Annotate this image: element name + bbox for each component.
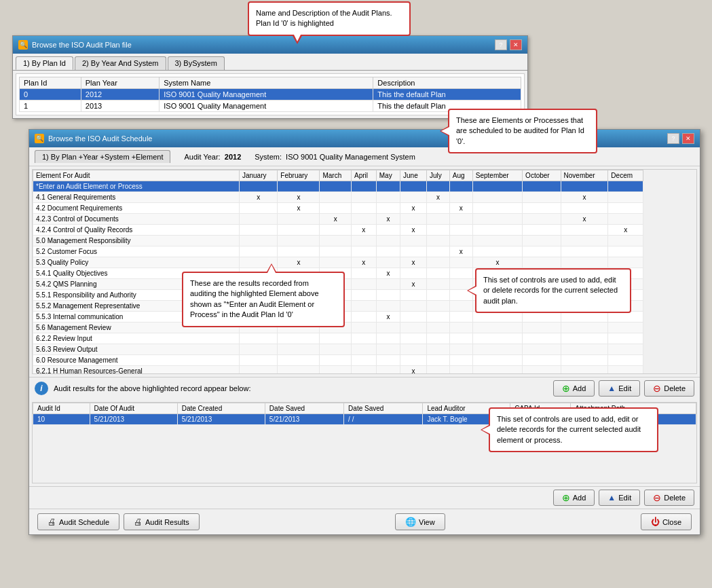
month-cell: x (426, 192, 449, 203)
month-cell: x (449, 203, 472, 214)
delete-label-bottom: Delete (664, 494, 686, 502)
bottom-center-buttons: 🌐 View (395, 513, 445, 530)
month-cell (608, 192, 643, 203)
delete-button-bottom[interactable]: ⊖ Delete (644, 490, 694, 506)
month-cell: x (278, 192, 320, 203)
month-cell (523, 236, 561, 246)
audit-element-row[interactable]: 5.3 Quality Policyxxxx (33, 257, 643, 268)
audit-element-row[interactable]: 4.1 General Requirementsxxxx (33, 192, 643, 203)
audit-element-row[interactable]: 6.2.2 Review Input (33, 333, 643, 344)
month-cell: x (449, 246, 472, 257)
audit-element-row[interactable]: 5.2 Customer Focusx (33, 246, 643, 257)
month-cell: x (278, 257, 320, 268)
delete-icon-top: ⊖ (653, 383, 661, 394)
plan-year-1: 2013 (81, 100, 159, 112)
edit-icon-bottom: ▲ (607, 493, 616, 502)
month-cell (426, 333, 449, 344)
close-bottom-button[interactable]: ⏻ Close (641, 513, 692, 530)
audit-results-label: Audit Results (145, 518, 189, 526)
month-cell (608, 246, 643, 257)
element-name: 5.0 Management Responsibility (33, 236, 240, 246)
month-cell (608, 333, 643, 344)
outer-window-title: Browse the ISO Audit Plan file (32, 41, 132, 49)
month-cell (400, 355, 427, 366)
month-cell (376, 366, 400, 374)
month-cell: x (400, 279, 427, 290)
month-cell: x (352, 257, 377, 268)
month-cell (400, 333, 427, 344)
element-name: 4.2 Document Requirements (33, 203, 240, 214)
view-button[interactable]: 🌐 View (395, 513, 445, 530)
month-cell: x (400, 203, 427, 214)
bottom-action-buttons: ⊕ Add ▲ Edit ⊖ Delete (553, 490, 694, 506)
month-cell (278, 225, 320, 236)
month-cell (608, 257, 643, 268)
month-cell (320, 366, 352, 374)
inner-close-button[interactable]: ✕ (682, 133, 694, 144)
month-cell: x (472, 257, 522, 268)
audit-element-row[interactable]: 6.2.1 H Human Resources-Generalx (33, 366, 643, 374)
month-cell (523, 246, 561, 257)
month-cell (608, 203, 643, 214)
outer-titlebar: 🔍 Browse the ISO Audit Plan file ? ✕ (13, 36, 527, 54)
month-cell (472, 236, 522, 246)
tab-by-plan-id[interactable]: 1) By Plan Id (16, 56, 73, 70)
result-audit-id: 10 (33, 414, 90, 425)
month-cell (561, 323, 608, 333)
add-button-bottom[interactable]: ⊕ Add (553, 490, 595, 506)
month-cell: x (561, 214, 608, 225)
month-cell: x (608, 225, 643, 236)
add-button-top[interactable]: ⊕ Add (553, 380, 595, 397)
audit-element-row[interactable]: 4.2.3 Control of Documentsxxx (33, 214, 643, 225)
help-button[interactable]: ? (495, 39, 507, 50)
tab-by-system[interactable]: 3) BySystem (168, 56, 225, 70)
audit-schedule-button[interactable]: 🖨 Audit Schedule (37, 513, 119, 530)
month-cell (239, 181, 277, 192)
month-cell (376, 225, 400, 236)
system-name-1: ISO 9001 Quality Management (160, 100, 373, 112)
month-cell (376, 192, 400, 203)
month-cell (426, 366, 449, 374)
plan-row-0[interactable]: 0 2012 ISO 9001 Quality Management This … (20, 89, 521, 100)
col-date-saved2: Date Saved (344, 403, 423, 414)
plan-id-0: 0 (20, 89, 81, 100)
result-date-saved: 5/21/2013 (265, 414, 343, 425)
element-name: 4.1 General Requirements (33, 192, 240, 203)
audit-results-button[interactable]: 🖨 Audit Results (124, 513, 200, 530)
month-cell (523, 257, 561, 268)
month-cell (400, 236, 427, 246)
month-cell (376, 236, 400, 246)
audit-element-row[interactable]: *Enter an Audit Element or Process (33, 181, 643, 192)
col-feb: February (278, 170, 320, 181)
inner-help-button[interactable]: ? (667, 133, 679, 144)
edit-button-top[interactable]: ▲ Edit (599, 380, 640, 397)
plan-row-1[interactable]: 1 2013 ISO 9001 Quality Management This … (20, 100, 521, 112)
audit-element-row[interactable]: 4.2 Document Requirementsxxx (33, 203, 643, 214)
element-name: 6.0 Resource Management (33, 355, 240, 366)
month-cell (376, 344, 400, 355)
action-bar-bottom: ⊕ Add ▲ Edit ⊖ Delete (29, 486, 700, 509)
delete-button-top[interactable]: ⊖ Delete (644, 380, 694, 397)
element-name: 5.6.3 Review Output (33, 344, 240, 355)
element-name: 6.2.2 Review Input (33, 333, 240, 344)
schedule-tab[interactable]: 1) By Plan +Year +System +Element (35, 150, 170, 163)
month-cell (523, 225, 561, 236)
callout-right-bottom-text: This set of controls are used to add, ed… (497, 415, 641, 444)
month-cell (352, 301, 377, 312)
month-cell (376, 355, 400, 366)
edit-button-bottom[interactable]: ▲ Edit (599, 490, 640, 506)
month-cell (449, 181, 472, 192)
col-plan-year: Plan Year (81, 77, 159, 89)
tab-by-year-system[interactable]: 2) By Year And System (75, 56, 166, 70)
month-cell (561, 225, 608, 236)
month-cell: x (561, 192, 608, 203)
element-name: 5.2 Customer Focus (33, 246, 240, 257)
audit-element-row[interactable]: 6.0 Resource Management (33, 355, 643, 366)
audit-element-row[interactable]: 5.6.3 Review Output (33, 344, 643, 355)
add-icon-bottom: ⊕ (562, 492, 570, 503)
month-cell (400, 192, 427, 203)
audit-element-row[interactable]: 4.2.4 Control of Quality Recordsxxx (33, 225, 643, 236)
audit-element-row[interactable]: 5.0 Management Responsibility (33, 236, 643, 246)
month-cell: x (278, 203, 320, 214)
close-button[interactable]: ✕ (510, 39, 522, 50)
